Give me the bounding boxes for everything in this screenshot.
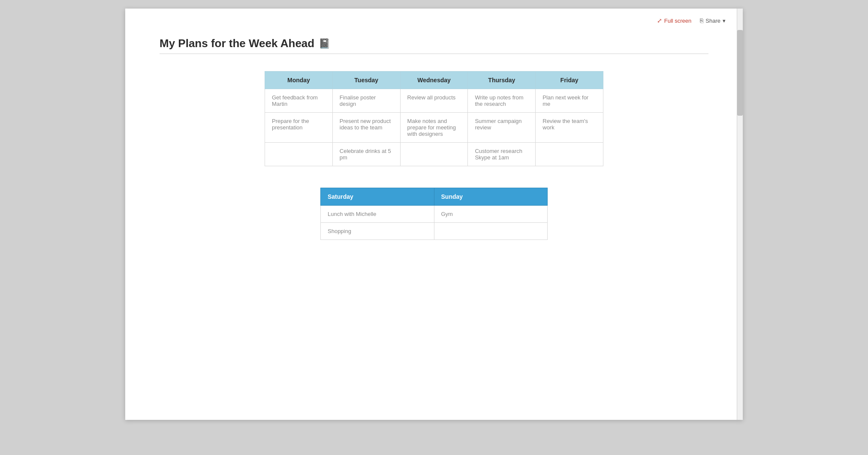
- weekday-cell-0-3: Write up notes from the research: [468, 89, 536, 113]
- weekday-cell-0-2: Review all products: [400, 89, 468, 113]
- weekday-cell-2-1: Celebrate drinks at 5 pm: [332, 143, 400, 166]
- weekday-cell-2-0: [265, 143, 333, 166]
- weekday-header-row: Monday Tuesday Wednesday Thursday Friday: [265, 72, 603, 89]
- fullscreen-button[interactable]: ⤢ Full screen: [657, 17, 692, 24]
- weekday-cell-1-3: Summer campaign review: [468, 113, 536, 143]
- weekend-table-body: Lunch with MichelleGymShopping: [321, 206, 548, 240]
- weekend-row-0: Lunch with MichelleGym: [321, 206, 548, 223]
- weekend-table: Saturday Sunday Lunch with MichelleGymSh…: [320, 188, 548, 240]
- toolbar: ⤢ Full screen ⎘ Share ▾: [125, 9, 743, 28]
- page-title-container: My Plans for the Week Ahead 📓: [160, 37, 708, 50]
- saturday-header: Saturday: [321, 188, 434, 206]
- weekend-cell-1-1: [434, 223, 548, 240]
- title-divider: [160, 54, 708, 54]
- weekday-cell-1-0: Prepare for the presentation: [265, 113, 333, 143]
- weekday-table-body: Get feedback from MartinFinalise poster …: [265, 89, 603, 166]
- weekend-cell-0-1: Gym: [434, 206, 548, 223]
- weekday-cell-0-4: Plan next week for me: [536, 89, 603, 113]
- scrollbar-thumb[interactable]: [737, 30, 743, 116]
- share-icon: ⎘: [700, 17, 703, 24]
- weekend-table-container: Saturday Sunday Lunch with MichelleGymSh…: [320, 188, 548, 240]
- weekday-cell-2-2: [400, 143, 468, 166]
- friday-header: Friday: [536, 72, 603, 89]
- page-content: My Plans for the Week Ahead 📓 Monday Tue…: [125, 28, 743, 257]
- weekend-cell-1-0: Shopping: [321, 223, 434, 240]
- weekday-cell-0-0: Get feedback from Martin: [265, 89, 333, 113]
- weekend-header-row: Saturday Sunday: [321, 188, 548, 206]
- notebook-icon: 📓: [319, 38, 330, 49]
- weekday-table-container: Monday Tuesday Wednesday Thursday Friday…: [265, 71, 603, 166]
- weekday-table: Monday Tuesday Wednesday Thursday Friday…: [265, 71, 603, 166]
- tuesday-header: Tuesday: [332, 72, 400, 89]
- weekday-cell-2-4: [536, 143, 603, 166]
- share-button[interactable]: ⎘ Share ▾: [700, 17, 726, 24]
- share-chevron-icon: ▾: [723, 18, 726, 24]
- weekday-cell-1-1: Present new product ideas to the team: [332, 113, 400, 143]
- fullscreen-label: Full screen: [664, 18, 692, 24]
- share-label: Share: [705, 18, 720, 24]
- weekday-cell-0-1: Finalise poster design: [332, 89, 400, 113]
- weekday-cell-1-2: Make notes and prepare for meeting with …: [400, 113, 468, 143]
- sunday-header: Sunday: [434, 188, 548, 206]
- weekday-row-0: Get feedback from MartinFinalise poster …: [265, 89, 603, 113]
- wednesday-header: Wednesday: [400, 72, 468, 89]
- monday-header: Monday: [265, 72, 333, 89]
- page-title-text: My Plans for the Week Ahead: [160, 37, 314, 50]
- weekday-row-1: Prepare for the presentationPresent new …: [265, 113, 603, 143]
- thursday-header: Thursday: [468, 72, 536, 89]
- fullscreen-icon: ⤢: [657, 17, 662, 24]
- weekday-row-2: Celebrate drinks at 5 pmCustomer researc…: [265, 143, 603, 166]
- app-window: ⤢ Full screen ⎘ Share ▾ My Plans for the…: [125, 9, 743, 420]
- weekday-cell-1-4: Review the team's work: [536, 113, 603, 143]
- weekend-row-1: Shopping: [321, 223, 548, 240]
- weekday-cell-2-3: Customer research Skype at 1am: [468, 143, 536, 166]
- scrollbar[interactable]: [737, 9, 743, 420]
- weekend-cell-0-0: Lunch with Michelle: [321, 206, 434, 223]
